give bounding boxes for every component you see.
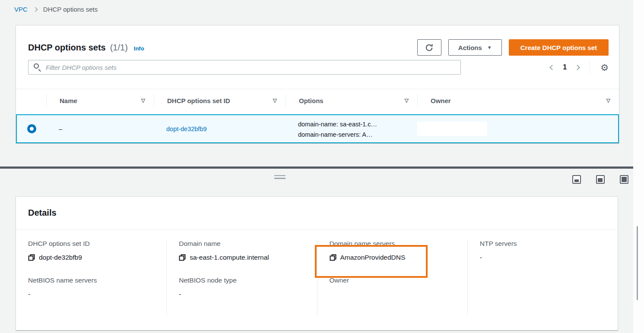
dhcp-options-sets-panel: DHCP options sets (1/1) Info Actions ▼ C… <box>16 25 619 143</box>
field-dhcp-options-set-id: DHCP options set ID dopt-de32bfb9 <box>28 240 154 262</box>
caret-down-icon: ▼ <box>487 45 492 50</box>
dhcp-options-set-id-link[interactable]: dopt-de32bfb9 <box>166 126 207 132</box>
pagination-next-icon[interactable] <box>574 65 580 70</box>
panel-size-large-icon[interactable] <box>620 175 628 184</box>
refresh-icon <box>425 44 433 52</box>
panel-counter: (1/1) <box>110 43 128 53</box>
table-header-owner[interactable]: Owner ▽ <box>417 89 619 112</box>
breadcrumb-vpc-link[interactable]: VPC <box>14 6 28 13</box>
panel-title: DHCP options sets <box>28 43 106 53</box>
info-link[interactable]: Info <box>134 45 144 52</box>
field-owner: Owner <box>330 276 455 298</box>
panel-header: DHCP options sets (1/1) Info Actions ▼ C… <box>16 25 619 60</box>
table-header-id[interactable]: DHCP options set ID ▽ <box>154 89 286 112</box>
breadcrumb: VPC DHCP options sets <box>14 6 98 13</box>
pagination-previous-icon[interactable] <box>549 65 555 70</box>
field-domain-name-servers: Domain name servers AmazonProvidedDNS <box>330 240 455 262</box>
row-radio-selected[interactable] <box>27 124 36 133</box>
table-row[interactable]: – dopt-de32bfb9 domain-name: sa-east-1.c… <box>16 114 619 143</box>
field-ntp-servers: NTP servers - <box>480 240 606 262</box>
table-header-name[interactable]: Name ▽ <box>46 89 154 112</box>
details-column-1: DHCP options set ID dopt-de32bfb9 NetBIO… <box>16 240 166 316</box>
field-netbios-name-servers: NetBIOS name servers - <box>28 276 154 298</box>
table-header-select <box>16 89 46 112</box>
sort-icon[interactable]: ▽ <box>141 97 145 104</box>
details-column-2: Domain name sa-east-1.compute.internal N… <box>166 240 317 316</box>
search-icon <box>34 63 39 69</box>
details-grid: DHCP options set ID dopt-de32bfb9 NetBIO… <box>16 240 618 316</box>
sort-icon[interactable]: ▽ <box>273 97 277 104</box>
pager-divider <box>590 61 590 74</box>
copy-icon[interactable] <box>330 254 336 261</box>
filter-input[interactable] <box>28 60 461 75</box>
breadcrumb-current: DHCP options sets <box>43 6 98 13</box>
details-title: Details <box>28 208 57 217</box>
table-header-options[interactable]: Options ▽ <box>286 89 417 112</box>
actions-button[interactable]: Actions ▼ <box>448 39 502 56</box>
breadcrumb-chevron-icon <box>33 7 38 12</box>
settings-gear-icon[interactable]: ⚙ <box>600 63 609 72</box>
owner-redacted-box <box>417 122 487 136</box>
copy-icon[interactable] <box>179 254 186 261</box>
sort-icon[interactable]: ▽ <box>405 97 409 104</box>
scrollbar-track <box>633 0 644 333</box>
copy-icon[interactable] <box>28 254 35 261</box>
table-header-row: Name ▽ DHCP options set ID ▽ Options ▽ O… <box>16 89 619 112</box>
refresh-button[interactable] <box>417 39 441 56</box>
cell-options: domain-name: sa-east-1.c… domain-name-se… <box>286 118 417 140</box>
split-pane-divider <box>0 166 633 169</box>
details-column-3: Domain name servers AmazonProvidedDNS Ow… <box>317 240 467 316</box>
field-domain-name: Domain name sa-east-1.compute.internal <box>179 240 305 262</box>
panel-size-small-icon[interactable] <box>572 175 581 184</box>
field-netbios-node-type: NetBIOS node type - <box>179 276 305 298</box>
pagination-page-number[interactable]: 1 <box>563 63 567 71</box>
sort-icon[interactable]: ▽ <box>606 97 610 104</box>
filter-row: 1 ⚙ <box>16 60 619 75</box>
cell-name: – <box>46 126 154 132</box>
panel-size-medium-icon[interactable] <box>596 175 605 184</box>
scrollbar-thumb[interactable] <box>637 226 638 300</box>
split-panel-size-controls <box>572 175 628 184</box>
create-dhcp-options-set-button[interactable]: Create DHCP options set <box>509 39 609 56</box>
details-column-4: NTP servers - <box>467 240 618 316</box>
details-panel: Details DHCP options set ID dopt-de32bfb… <box>16 196 618 330</box>
details-header: Details <box>16 197 618 229</box>
split-pane-drag-handle[interactable] <box>274 175 286 179</box>
